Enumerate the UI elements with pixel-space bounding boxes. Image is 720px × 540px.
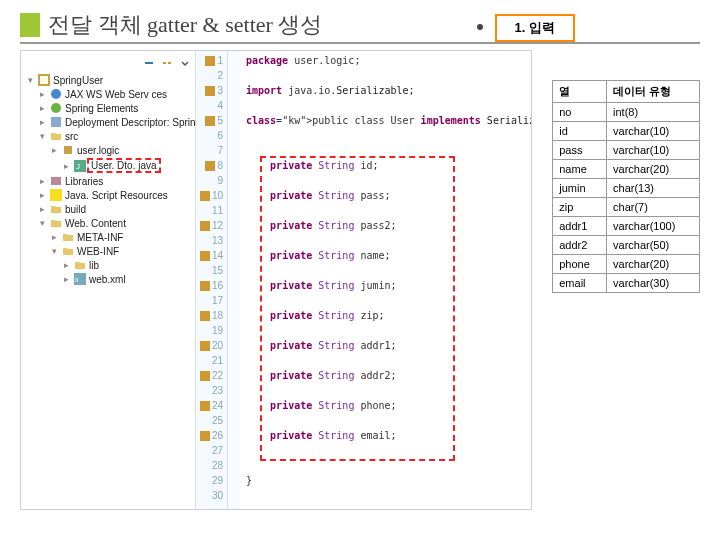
folder-icon xyxy=(62,245,74,257)
tree-item[interactable]: ▸Deployment Descriptor: SpringU xyxy=(37,115,191,129)
schema-cell: phone xyxy=(553,255,607,274)
expand-icon[interactable]: ▸ xyxy=(37,117,47,127)
code-line xyxy=(246,203,532,218)
tree-item[interactable]: ▸Libraries xyxy=(37,174,191,188)
tree-item[interactable]: ▸lib xyxy=(61,258,191,272)
gutter-line: 9 xyxy=(196,173,227,188)
step-badge: 1. 입력 xyxy=(495,14,575,42)
schema-cell: no xyxy=(553,103,607,122)
tree-label: user.logic xyxy=(77,145,119,156)
slide-title-bar: 전달 객체 gatter & setter 생성 1. 입력 xyxy=(20,10,700,44)
tree-label: Spring Elements xyxy=(65,103,138,114)
gutter-line: 24 xyxy=(196,398,227,413)
expand-icon[interactable]: ▸ xyxy=(37,89,47,99)
expand-icon[interactable]: ▾ xyxy=(37,131,47,141)
expand-icon[interactable]: ▾ xyxy=(37,218,47,228)
gutter-line: 30 xyxy=(196,488,227,503)
code-line: class="kw">public class User implements … xyxy=(246,113,532,128)
code-line: private String pass; xyxy=(246,188,532,203)
tree-label: lib xyxy=(89,260,99,271)
schema-header-type: 데이터 유형 xyxy=(607,81,700,103)
tree-item[interactable]: ▾src xyxy=(37,129,191,143)
line-gutter: 1234567891011121314151617181920212223242… xyxy=(196,51,228,509)
folder-icon xyxy=(62,231,74,243)
code-editor[interactable]: 1234567891011121314151617181920212223242… xyxy=(196,51,532,509)
link-icon[interactable] xyxy=(161,57,173,69)
code-line xyxy=(246,458,532,473)
code-line: private String phone; xyxy=(246,398,532,413)
code-line: package user.logic; xyxy=(246,53,532,68)
expand-icon[interactable]: ▸ xyxy=(49,232,59,242)
tree-label: src xyxy=(65,131,78,142)
svg-rect-10 xyxy=(50,189,62,201)
gutter-line: 16 xyxy=(196,278,227,293)
line-marker-icon xyxy=(200,221,210,231)
line-marker-icon xyxy=(205,116,215,126)
tree-label: Deployment Descriptor: SpringU xyxy=(65,117,208,128)
gutter-line: 19 xyxy=(196,323,227,338)
gutter-line: 1 xyxy=(196,53,227,68)
collapse-icon[interactable] xyxy=(143,57,155,69)
expand-icon[interactable]: ▸ xyxy=(61,161,71,171)
tree-item[interactable]: ▸META-INF xyxy=(49,230,191,244)
code-line xyxy=(246,383,532,398)
code-line: } xyxy=(246,473,532,488)
schema-cell: pass xyxy=(553,141,607,160)
svg-rect-9 xyxy=(51,177,61,185)
code-line xyxy=(246,488,532,503)
gutter-line: 14 xyxy=(196,248,227,263)
schema-cell: varchar(10) xyxy=(607,141,700,160)
code-line xyxy=(246,353,532,368)
expand-icon[interactable]: ▾ xyxy=(25,75,35,85)
ws-icon xyxy=(50,88,62,100)
project-explorer[interactable]: ▾ SpringUser ▸JAX WS Web Serv ces▸Spring… xyxy=(21,51,196,509)
expand-icon[interactable]: ▸ xyxy=(49,145,59,155)
tree-item[interactable]: ▸Java. Script Resources xyxy=(37,188,191,202)
tree-item[interactable]: ▸JUser. Dto. java xyxy=(61,157,191,174)
code-line xyxy=(246,98,532,113)
schema-cell: jumin xyxy=(553,179,607,198)
gutter-line: 12 xyxy=(196,218,227,233)
gutter-line: 6 xyxy=(196,128,227,143)
project-root[interactable]: ▾ SpringUser xyxy=(25,73,191,87)
tree-label: User. Dto. java xyxy=(87,158,161,173)
line-marker-icon xyxy=(200,281,210,291)
expand-icon[interactable]: ▾ xyxy=(49,246,59,256)
gutter-line: 29 xyxy=(196,473,227,488)
expand-icon[interactable]: ▸ xyxy=(37,190,47,200)
gutter-line: 25 xyxy=(196,413,227,428)
tree-item[interactable]: ▸JAX WS Web Serv ces xyxy=(37,87,191,101)
tree-item[interactable]: ▸Spring Elements xyxy=(37,101,191,115)
gutter-line: 28 xyxy=(196,458,227,473)
tree-item[interactable]: ▸xweb.xml xyxy=(61,272,191,286)
svg-point-3 xyxy=(51,89,61,99)
code-pane[interactable]: package user.logic;import java.io.Serial… xyxy=(240,51,532,509)
code-line xyxy=(246,128,532,143)
gutter-line: 18 xyxy=(196,308,227,323)
schema-row: zipchar(7) xyxy=(553,198,700,217)
tree-item[interactable]: ▾WEB-INF xyxy=(49,244,191,258)
schema-row: noint(8) xyxy=(553,103,700,122)
lib-icon xyxy=(50,175,62,187)
tree-item[interactable]: ▸user.logic xyxy=(49,143,191,157)
tree-label: WEB-INF xyxy=(77,246,119,257)
svg-rect-2 xyxy=(40,76,48,84)
expand-icon[interactable]: ▸ xyxy=(61,260,71,270)
expand-icon[interactable]: ▸ xyxy=(61,274,71,284)
expand-icon[interactable]: ▸ xyxy=(37,176,47,186)
tree-label: Libraries xyxy=(65,176,103,187)
code-line xyxy=(246,233,532,248)
gutter-line: 22 xyxy=(196,368,227,383)
tree-item[interactable]: ▸build xyxy=(37,202,191,216)
line-marker-icon xyxy=(200,431,210,441)
expand-icon[interactable]: ▸ xyxy=(37,204,47,214)
gutter-line: 17 xyxy=(196,293,227,308)
gutter-line: 5 xyxy=(196,113,227,128)
gutter-line: 26 xyxy=(196,428,227,443)
expand-icon[interactable]: ▸ xyxy=(37,103,47,113)
svg-rect-6 xyxy=(64,146,72,154)
explorer-toolbar xyxy=(25,55,191,73)
svg-rect-0 xyxy=(145,62,153,64)
tree-item[interactable]: ▾Web. Content xyxy=(37,216,191,230)
menu-icon[interactable] xyxy=(179,57,191,69)
